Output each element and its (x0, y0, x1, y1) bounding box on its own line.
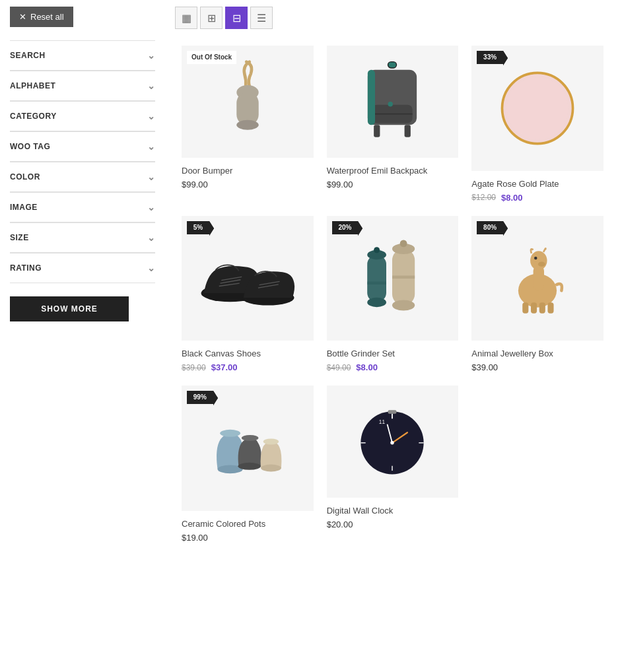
filter-section-size: SIZE ⌄ (10, 222, 155, 253)
original-price: $39.00 (182, 363, 206, 372)
product-image (471, 216, 603, 341)
discount-badge: 33% (477, 51, 503, 64)
discount-badge: 80% (477, 221, 503, 234)
filter-header-rating[interactable]: RATING ⌄ (10, 253, 155, 283)
filter-label-image: IMAGE (10, 203, 38, 212)
filter-section-search: SEARCH ⌄ (10, 40, 155, 71)
discount-badge: 99% (187, 391, 213, 404)
product-card-agate-plate[interactable]: 33% Agate Rose Gold Plate $12.00 $8.00 (465, 39, 610, 209)
discount-badge: 20% (332, 221, 359, 234)
product-card-ceramic-pots[interactable]: 99% Ceramic Colored Pots $19.00 (175, 379, 320, 549)
product-name: Agate Rose Gold Plate (471, 179, 603, 189)
product-card-black-shoes[interactable]: 5% Black Canvas Shoes $3 (175, 209, 320, 380)
product-name: Digital Wall Clock (327, 506, 459, 516)
product-image-wrapper: Out Of Stock (182, 46, 314, 158)
reset-all-button[interactable]: ✕ Reset all (10, 7, 73, 27)
product-image-wrapper: 80% (471, 216, 603, 341)
product-image (182, 386, 314, 511)
svg-rect-38 (539, 302, 545, 313)
filter-header-alphabet[interactable]: ALPHABET ⌄ (10, 71, 155, 101)
filter-header-image[interactable]: IMAGE ⌄ (10, 193, 155, 222)
filters-container: SEARCH ⌄ ALPHABET ⌄ CATEGORY ⌄ WOO TAG ⌄… (10, 40, 155, 283)
svg-point-45 (263, 439, 279, 445)
product-name: Ceramic Colored Pots (182, 519, 314, 529)
svg-point-27 (392, 300, 415, 310)
svg-point-41 (220, 430, 240, 437)
filter-header-search[interactable]: SEARCH ⌄ (10, 41, 155, 71)
svg-point-23 (368, 297, 387, 306)
grid-icon-list: ☰ (257, 12, 266, 24)
product-price: $20.00 (327, 520, 353, 529)
svg-point-43 (242, 435, 258, 441)
filter-section-color: COLOR ⌄ (10, 162, 155, 192)
product-card-digital-clock[interactable]: 11 Digital Wall Clock $20.00 (320, 379, 465, 549)
filter-section-woo_tag: WOO TAG ⌄ (10, 131, 155, 162)
product-price: $99.00 (327, 180, 353, 189)
product-image-wrapper: 33% (471, 46, 603, 171)
grid-btn-list[interactable]: ☰ (250, 7, 273, 29)
product-card-animal-jewellery[interactable]: 80% (465, 209, 610, 380)
chevron-icon-size: ⌄ (147, 232, 156, 243)
product-card-waterproof-backpack[interactable]: Waterproof Emil Backpack $99.00 (320, 39, 465, 209)
svg-point-42 (238, 463, 261, 470)
price-wrapper: $39.00 (471, 362, 603, 372)
filter-section-rating: RATING ⌄ (10, 253, 155, 283)
filter-label-alphabet: ALPHABET (10, 81, 55, 90)
product-price: $99.00 (182, 180, 208, 189)
chevron-icon-category: ⌄ (147, 111, 156, 121)
svg-point-30 (400, 240, 407, 247)
filter-label-woo_tag: WOO TAG (10, 142, 50, 151)
svg-rect-55 (388, 411, 397, 415)
product-card-bottle-grinder[interactable]: 20% Bottle Grinder Set $49.00 (320, 209, 465, 380)
show-more-button[interactable]: SHOW MORE (10, 296, 129, 321)
svg-rect-9 (374, 125, 380, 137)
product-card-door-bumper[interactable]: Out Of Stock Door Bumper $99.00 (175, 39, 320, 209)
svg-rect-36 (522, 302, 528, 313)
svg-point-34 (538, 261, 545, 266)
filter-header-category[interactable]: CATEGORY ⌄ (10, 102, 155, 131)
grid-btn-three-col[interactable]: ⊞ (200, 7, 223, 29)
discount-badge: 5% (187, 221, 209, 234)
filter-header-color[interactable]: COLOR ⌄ (10, 162, 155, 192)
svg-rect-24 (368, 281, 387, 285)
svg-point-8 (388, 102, 393, 106)
svg-point-33 (530, 251, 547, 270)
filter-header-size[interactable]: SIZE ⌄ (10, 223, 155, 253)
grid-icon-three-col: ⊞ (207, 12, 216, 24)
svg-rect-39 (548, 302, 554, 313)
filter-header-woo_tag[interactable]: WOO TAG ⌄ (10, 132, 155, 162)
product-name: Door Bumper (182, 166, 314, 176)
price-wrapper: $49.00 $8.00 (327, 362, 459, 372)
chevron-icon-color: ⌄ (147, 172, 156, 182)
product-image-wrapper (327, 46, 459, 158)
current-price: $8.00 (501, 193, 523, 203)
product-image (182, 216, 314, 341)
svg-point-13 (507, 78, 568, 139)
svg-rect-37 (531, 302, 537, 313)
svg-point-35 (534, 256, 537, 259)
chevron-icon-woo_tag: ⌄ (147, 141, 156, 152)
filter-label-size: SIZE (10, 233, 29, 242)
product-image-wrapper: 99% (182, 386, 314, 511)
original-price: $49.00 (327, 363, 351, 372)
chevron-icon-image: ⌄ (147, 202, 156, 213)
grid-btn-four-col[interactable]: ⊟ (225, 7, 248, 29)
chevron-icon-alphabet: ⌄ (147, 81, 156, 91)
price-wrapper: $12.00 $8.00 (471, 193, 603, 203)
x-icon: ✕ (19, 12, 26, 22)
product-name: Bottle Grinder Set (327, 349, 459, 358)
product-image-wrapper: 11 (327, 386, 459, 498)
svg-point-44 (261, 465, 281, 472)
chevron-icon-rating: ⌄ (147, 263, 156, 273)
price-wrapper: $39.00 $37.00 (182, 362, 314, 372)
original-price: $12.00 (471, 193, 496, 202)
chevron-icon-search: ⌄ (147, 50, 156, 61)
filter-section-alphabet: ALPHABET ⌄ (10, 71, 155, 101)
product-image (471, 46, 603, 171)
filter-label-category: CATEGORY (10, 112, 57, 121)
price-wrapper: $19.00 (182, 533, 314, 543)
svg-text:11: 11 (379, 419, 386, 425)
product-image-wrapper: 20% (327, 216, 459, 341)
out-of-stock-badge: Out Of Stock (187, 51, 236, 64)
grid-btn-two-col[interactable]: ▦ (175, 7, 197, 29)
